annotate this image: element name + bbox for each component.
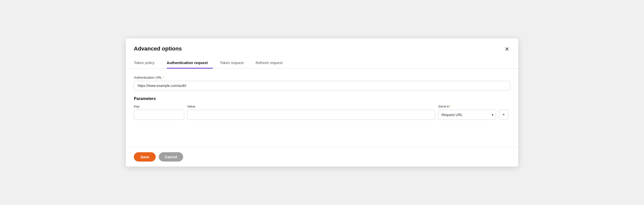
auth-url-group: Authentication URL * [134,76,510,90]
auth-url-label: Authentication URL * [134,76,510,79]
parameters-title: Parameters [134,96,510,101]
modal-header: Advanced options ✕ [126,38,518,53]
send-in-required-star: * [450,105,451,108]
value-col: Value [187,105,435,120]
send-in-select-wrapper: Request URL Request body Request header … [438,110,496,120]
close-button[interactable]: ✕ [504,45,510,53]
key-label: Key [134,105,184,108]
value-label: Value [187,105,435,108]
tab-token-request[interactable]: Token request [220,58,249,69]
modal-title: Advanced options [134,45,182,52]
key-input[interactable] [134,110,184,120]
tab-authentication-request[interactable]: Authentication request [167,58,213,69]
auth-url-input[interactable] [134,81,510,90]
add-parameter-button[interactable]: + [499,110,508,120]
tabs-container: Token policy Authentication request Toke… [126,58,518,69]
parameters-section: Parameters Key Value Send in [134,96,510,120]
send-in-col: Send in * Request URL Request body Reque… [438,105,496,120]
parameters-grid: Key Value Send in * [134,105,510,120]
key-col: Key [134,105,184,120]
cancel-button[interactable]: Cancel [159,152,183,162]
send-in-select[interactable]: Request URL Request body Request header [438,110,496,120]
modal-footer: Save Cancel [126,147,518,167]
modal: Advanced options ✕ Token policy Authenti… [126,38,518,167]
value-input[interactable] [187,110,435,120]
required-star: * [163,76,164,79]
add-col: + [499,110,510,120]
tab-token-policy[interactable]: Token policy [134,58,160,69]
send-in-label: Send in * [438,105,496,108]
save-button[interactable]: Save [134,152,156,162]
modal-body: Authentication URL * Parameters Key Valu… [126,69,518,147]
tab-refresh-request[interactable]: Refresh request [256,58,288,69]
